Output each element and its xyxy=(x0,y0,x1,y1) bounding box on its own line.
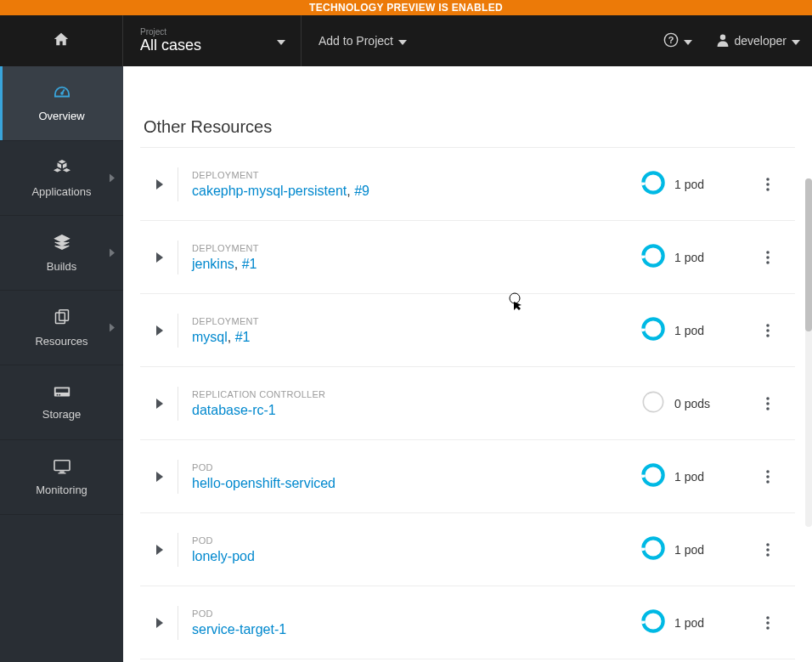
kebab-menu[interactable] xyxy=(751,543,785,557)
user-label: developer xyxy=(735,34,787,48)
resource-name-link[interactable]: cakephp-mysql-persistent xyxy=(192,184,347,198)
project-label: Project xyxy=(140,27,284,37)
resource-type: POD xyxy=(192,535,640,546)
svg-rect-4 xyxy=(61,88,65,93)
expand-toggle[interactable] xyxy=(147,472,172,482)
svg-point-28 xyxy=(766,334,770,337)
expand-toggle[interactable] xyxy=(147,618,172,628)
resource-revision-link[interactable]: #9 xyxy=(354,184,369,198)
pod-ring-icon xyxy=(640,535,666,564)
resource-type: DEPLOYMENT xyxy=(192,243,640,253)
pod-status[interactable]: 1 pod xyxy=(640,243,751,272)
pod-count-label: 1 pod xyxy=(674,324,704,337)
scrollbar-thumb[interactable] xyxy=(805,178,812,331)
sidebar-item-applications[interactable]: Applications xyxy=(0,141,123,216)
pod-count-label: 1 pod xyxy=(674,470,704,484)
chevron-right-icon xyxy=(110,246,115,259)
pod-status[interactable]: 0 pods xyxy=(640,389,751,418)
project-selector[interactable]: Project All cases xyxy=(123,15,302,66)
sidebar-item-overview[interactable]: Overview xyxy=(0,66,123,141)
divider xyxy=(178,460,178,494)
sidebar-item-label: Resources xyxy=(35,335,87,348)
pod-status[interactable]: 1 pod xyxy=(640,170,751,199)
sidebar-item-label: Monitoring xyxy=(36,484,87,496)
sidebar-item-resources[interactable]: Resources xyxy=(0,291,123,365)
divider xyxy=(178,606,178,640)
svg-text:?: ? xyxy=(668,34,674,44)
pod-ring-icon xyxy=(640,316,666,345)
resource-name: hello-openshift-serviced xyxy=(192,476,640,491)
resource-body: PODlonely-pod xyxy=(192,535,640,564)
resource-body: DEPLOYMENTjenkins, #1 xyxy=(192,243,640,272)
svg-point-41 xyxy=(766,548,770,552)
svg-point-16 xyxy=(766,178,770,181)
resource-name-link[interactable]: lonely-pod xyxy=(192,549,255,563)
topbar: Project All cases Add to Project ? devel… xyxy=(0,15,812,66)
user-icon xyxy=(716,33,730,49)
user-menu[interactable]: developer xyxy=(704,33,813,49)
project-value: All cases xyxy=(140,37,284,54)
help-menu[interactable]: ? xyxy=(651,32,704,50)
resource-revision-link[interactable]: #1 xyxy=(242,257,257,271)
pod-ring-icon xyxy=(640,462,666,491)
kebab-menu[interactable] xyxy=(751,178,785,191)
main-content: Other Resources DEPLOYMENTcakephp-mysql-… xyxy=(123,66,812,662)
pod-status[interactable]: 1 pod xyxy=(640,535,751,564)
kebab-menu[interactable] xyxy=(751,470,785,484)
svg-point-26 xyxy=(766,324,770,327)
expand-toggle[interactable] xyxy=(147,179,172,190)
resource-revision-link[interactable]: #1 xyxy=(235,330,251,344)
kebab-menu[interactable] xyxy=(751,251,785,264)
home-button[interactable] xyxy=(0,15,123,66)
resource-name-link[interactable]: mysql xyxy=(192,330,228,344)
kebab-menu[interactable] xyxy=(751,397,785,410)
resource-body: DEPLOYMENTcakephp-mysql-persistent, #9 xyxy=(192,170,640,199)
resource-body: PODservice-target-1 xyxy=(192,608,640,637)
expand-toggle[interactable] xyxy=(147,325,172,336)
svg-rect-13 xyxy=(58,472,65,473)
sidebar-item-monitoring[interactable]: Monitoring xyxy=(0,440,123,515)
resource-name: cakephp-mysql-persistent, #9 xyxy=(192,184,640,199)
pod-count-label: 1 pod xyxy=(674,251,704,264)
resource-row: DEPLOYMENTmysql, #11 pod xyxy=(140,294,795,367)
pod-status[interactable]: 1 pod xyxy=(640,462,751,491)
pod-count-label: 0 pods xyxy=(674,397,710,410)
svg-point-19 xyxy=(643,246,663,265)
sidebar-item-builds[interactable]: Builds xyxy=(0,216,123,291)
divider xyxy=(178,314,178,348)
resource-name-link[interactable]: database-rc-1 xyxy=(192,403,276,417)
kebab-menu[interactable] xyxy=(751,324,785,337)
svg-point-9 xyxy=(56,393,58,395)
resource-name-link[interactable]: jenkins xyxy=(192,257,234,271)
kebab-menu[interactable] xyxy=(751,616,785,630)
expand-toggle[interactable] xyxy=(147,545,172,555)
help-icon: ? xyxy=(663,32,679,50)
svg-point-22 xyxy=(766,256,770,259)
resource-row: PODhello-openshift-serviced1 pod xyxy=(140,440,795,513)
pod-count-label: 1 pod xyxy=(674,616,704,630)
pod-ring-icon xyxy=(640,243,666,272)
pod-status[interactable]: 1 pod xyxy=(640,608,751,637)
home-icon xyxy=(53,31,70,50)
sidebar-item-storage[interactable]: Storage xyxy=(0,365,123,440)
svg-point-27 xyxy=(766,329,770,332)
svg-point-33 xyxy=(643,465,663,484)
resource-row: DEPLOYMENTcakephp-mysql-persistent, #91 … xyxy=(140,148,795,221)
resource-type: DEPLOYMENT xyxy=(192,316,640,326)
resource-body: REPLICATION CONTROLLERdatabase-rc-1 xyxy=(192,389,640,418)
svg-point-18 xyxy=(766,188,770,191)
svg-point-10 xyxy=(59,393,60,395)
pod-status[interactable]: 1 pod xyxy=(640,316,751,345)
monitor-icon xyxy=(53,459,71,477)
resource-name-link[interactable]: hello-openshift-serviced xyxy=(192,476,336,490)
svg-point-37 xyxy=(766,480,770,484)
svg-point-31 xyxy=(766,402,770,405)
expand-toggle[interactable] xyxy=(147,252,172,263)
svg-rect-8 xyxy=(55,388,68,393)
svg-point-46 xyxy=(766,621,770,625)
divider xyxy=(178,387,178,421)
expand-toggle[interactable] xyxy=(147,399,172,409)
resource-name-link[interactable]: service-target-1 xyxy=(192,622,286,637)
svg-point-23 xyxy=(766,261,770,264)
add-to-project-button[interactable]: Add to Project xyxy=(302,34,424,48)
